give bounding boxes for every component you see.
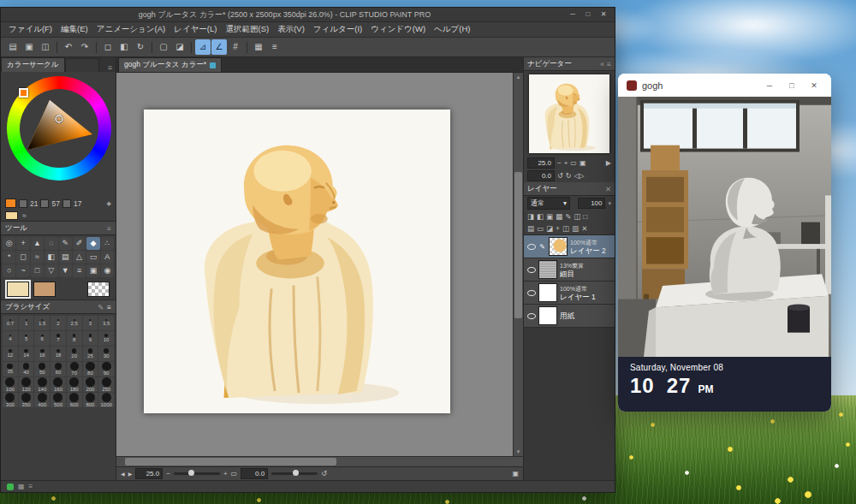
brush-size-3[interactable]: 3	[83, 316, 98, 330]
airbrush-tool[interactable]: ∴	[101, 237, 114, 250]
scroll-right-icon[interactable]: ▶	[128, 471, 133, 477]
visibility-eye-icon[interactable]	[526, 313, 536, 319]
brush-size-1.5[interactable]: 1.5	[34, 316, 50, 330]
panel-menu-icon[interactable]: ≡	[107, 224, 111, 233]
brush-size-20[interactable]: 20	[67, 347, 82, 361]
brush-size-12[interactable]: 12	[3, 347, 18, 361]
brush-size-250[interactable]: 250	[98, 377, 114, 392]
frame-tool[interactable]: ▭	[86, 251, 99, 264]
menu-item-2[interactable]: アニメーション(A)	[92, 22, 170, 37]
text-tool[interactable]: A	[101, 251, 114, 264]
blend-tool[interactable]: ≈	[31, 251, 44, 264]
sub-color-chip[interactable]	[33, 282, 56, 297]
menu-item-0[interactable]: ファイル(F)	[4, 22, 56, 37]
clip-at-layer-icon[interactable]: ◧	[537, 212, 544, 221]
auto-select-tool[interactable]: ▽	[45, 264, 57, 277]
brush-size-160[interactable]: 160	[51, 377, 66, 392]
new-file-icon[interactable]: ▤	[5, 39, 21, 55]
status-menu-icon[interactable]: ≡	[29, 483, 33, 490]
mask-icon[interactable]: □	[583, 212, 587, 221]
merge-down-icon[interactable]: +	[556, 224, 560, 233]
vertical-scroll-thumb[interactable]	[514, 172, 522, 317]
gradient-tool[interactable]: ▤	[59, 251, 72, 264]
saturation-value-triangle[interactable]	[21, 97, 99, 158]
scroll-left-icon[interactable]: ◀	[121, 471, 125, 477]
fit-screen-icon[interactable]: ▭	[231, 470, 238, 477]
lock-layer-icon[interactable]: ▣	[546, 212, 553, 221]
zoom-value[interactable]: 25.0	[135, 468, 163, 479]
invert-selection-icon[interactable]: ◪	[172, 39, 187, 55]
rotation-slider[interactable]	[271, 472, 318, 475]
menu-item-1[interactable]: 編集(E)	[56, 22, 92, 37]
brush-size-1000[interactable]: 1000	[98, 393, 114, 407]
zoom-slider[interactable]	[174, 472, 220, 475]
zoom-out-icon[interactable]: −	[166, 470, 170, 477]
gogh-close-button[interactable]: ✕	[805, 81, 823, 90]
main-color-chip[interactable]	[7, 282, 29, 297]
visibility-eye-icon[interactable]	[526, 267, 536, 273]
material-tool[interactable]: ▣	[86, 264, 99, 277]
history-swatch[interactable]	[5, 211, 18, 220]
brush-size-0.7[interactable]: 0.7	[3, 316, 18, 330]
eraser-icon[interactable]: ◻	[100, 39, 116, 55]
navigator-thumbnail[interactable]	[529, 74, 609, 153]
undo-icon[interactable]: ↶	[61, 39, 76, 55]
visibility-eye-icon[interactable]	[526, 244, 536, 250]
layer-row-0[interactable]: ✎100%通常レイヤー 2	[524, 235, 615, 258]
snap-special-ruler-icon[interactable]: ∠	[211, 39, 227, 55]
fill-icon[interactable]: ◧	[116, 39, 132, 55]
snap-grid-icon[interactable]: #	[228, 39, 243, 55]
create-mask-icon[interactable]: ◫	[562, 224, 569, 233]
correct-line-tool[interactable]: ~	[16, 264, 29, 277]
layer-row-3[interactable]: 用紙	[524, 305, 615, 328]
gogh-minimize-button[interactable]: ─	[761, 81, 778, 90]
brush-size-400[interactable]: 400	[34, 393, 50, 407]
pen-tool[interactable]: ✎	[59, 237, 72, 250]
navigator-preview-area[interactable]	[524, 71, 615, 157]
lasso-tool[interactable]: ◌	[45, 237, 57, 250]
brush-size-500[interactable]: 500	[51, 393, 66, 407]
decoration-tool[interactable]: *	[3, 251, 15, 264]
brush-tool[interactable]: ◆	[86, 237, 99, 250]
brush-size-4[interactable]: 4	[3, 331, 18, 346]
ruler-icon[interactable]: ◫	[574, 212, 580, 221]
menu-item-4[interactable]: 選択範囲(S)	[221, 22, 273, 37]
close-panel-icon[interactable]: ✕	[605, 185, 611, 193]
fullscreen-icon[interactable]: ▣	[512, 470, 519, 477]
delete-layer-icon[interactable]: ✕	[581, 224, 587, 233]
horizontal-scrollbar[interactable]	[116, 456, 523, 466]
zoom-tool[interactable]: ◎	[3, 237, 15, 250]
view-settings-icon[interactable]: ▦	[251, 39, 266, 55]
menu-item-6[interactable]: フィルター(I)	[309, 22, 366, 37]
brush-size-140[interactable]: 140	[34, 377, 50, 392]
rotation-value[interactable]: 0.0	[241, 468, 268, 479]
nav-zoom-out-icon[interactable]: −	[557, 159, 562, 167]
brush-size-40[interactable]: 40	[19, 362, 34, 377]
nav-fit-icon[interactable]: ▭	[570, 159, 577, 167]
apply-mask-icon[interactable]: ▥	[572, 224, 579, 233]
navigator-zoom-value[interactable]: 25.0	[527, 157, 555, 169]
navigator-header[interactable]: ナビゲーター « ≡	[524, 57, 615, 71]
brush-size-200[interactable]: 200	[83, 377, 98, 392]
panel-menu-icon[interactable]: ≡	[104, 63, 116, 72]
brush-size-6[interactable]: 6	[34, 331, 50, 346]
rotate-ccw-icon[interactable]: ↺	[557, 172, 563, 180]
pencil-tool[interactable]: ✐	[73, 237, 86, 250]
canvas-area[interactable]: ▲ ▼	[116, 73, 523, 456]
scroll-up-icon[interactable]: ▲	[514, 73, 523, 81]
layer-row-1[interactable]: 13%乗算細目	[524, 258, 615, 282]
brush-size-35[interactable]: 35	[3, 362, 18, 377]
brush-size-14[interactable]: 14	[19, 347, 34, 361]
menu-item-5[interactable]: 表示(V)	[273, 22, 309, 37]
navigator-rotation-value[interactable]: 0.0	[527, 170, 555, 181]
new-layer-icon[interactable]: ▤	[527, 224, 534, 233]
brush-size-80[interactable]: 80	[83, 362, 98, 377]
reset-rotation-icon[interactable]: ↺	[321, 470, 327, 477]
gogh-maximize-button[interactable]: □	[783, 81, 800, 90]
collapse-icon[interactable]: «	[600, 60, 604, 68]
deselect-icon[interactable]: ▢	[156, 39, 171, 55]
operation-tool[interactable]: ▲	[31, 237, 44, 250]
brush-size-90[interactable]: 90	[98, 362, 114, 377]
pen-icon[interactable]: ✎	[98, 303, 104, 311]
draft-layer-icon[interactable]: ✎	[565, 212, 571, 221]
